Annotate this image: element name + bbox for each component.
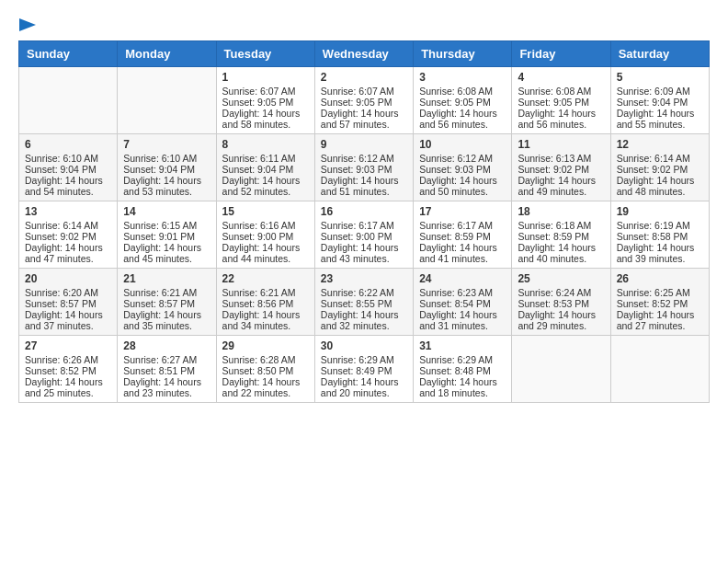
calendar-week-row: 6Sunrise: 6:10 AMSunset: 9:04 PMDaylight… [19, 134, 710, 201]
calendar-cell: 3Sunrise: 6:08 AMSunset: 9:05 PMDaylight… [414, 67, 512, 134]
cell-text: Daylight: 14 hours and 58 minutes. [222, 108, 309, 130]
day-number: 7 [123, 138, 210, 151]
cell-text: Daylight: 14 hours and 22 minutes. [222, 376, 309, 398]
cell-text: Daylight: 14 hours and 45 minutes. [123, 242, 210, 264]
day-number: 8 [222, 138, 309, 151]
cell-text: Daylight: 14 hours and 23 minutes. [123, 376, 210, 398]
cell-text: Sunrise: 6:24 AM [518, 287, 604, 298]
calendar-cell: 25Sunrise: 6:24 AMSunset: 8:53 PMDayligh… [512, 269, 610, 336]
day-number: 18 [518, 205, 604, 218]
day-number: 23 [321, 272, 407, 285]
calendar-cell: 10Sunrise: 6:12 AMSunset: 9:03 PMDayligh… [414, 134, 512, 201]
cell-text: Sunset: 8:51 PM [123, 365, 210, 376]
day-number: 2 [321, 71, 407, 84]
day-number: 25 [518, 272, 604, 285]
cell-text: Sunrise: 6:19 AM [617, 220, 703, 231]
calendar-cell: 22Sunrise: 6:21 AMSunset: 8:56 PMDayligh… [216, 269, 314, 336]
cell-text: Sunrise: 6:14 AM [617, 153, 703, 164]
cell-text: Daylight: 14 hours and 44 minutes. [222, 242, 309, 264]
cell-text: Sunrise: 6:21 AM [222, 287, 309, 298]
day-number: 29 [222, 339, 309, 352]
calendar-day-header: Saturday [610, 41, 709, 67]
cell-text: Daylight: 14 hours and 53 minutes. [123, 175, 210, 197]
calendar-day-header: Thursday [414, 41, 512, 67]
day-number: 11 [518, 138, 604, 151]
calendar-header-row: SundayMondayTuesdayWednesdayThursdayFrid… [19, 41, 710, 67]
cell-text: Sunrise: 6:21 AM [123, 287, 210, 298]
day-number: 27 [25, 339, 111, 352]
cell-text: Sunrise: 6:22 AM [321, 287, 407, 298]
calendar-cell: 23Sunrise: 6:22 AMSunset: 8:55 PMDayligh… [314, 269, 413, 336]
day-number: 6 [25, 138, 111, 151]
cell-text: Daylight: 14 hours and 41 minutes. [419, 242, 506, 264]
day-number: 15 [222, 205, 309, 218]
day-number: 9 [321, 138, 407, 151]
cell-text: Daylight: 14 hours and 50 minutes. [419, 175, 506, 197]
calendar-cell: 4Sunrise: 6:08 AMSunset: 9:05 PMDaylight… [512, 67, 610, 134]
cell-text: Daylight: 14 hours and 34 minutes. [222, 309, 309, 331]
cell-text: Daylight: 14 hours and 32 minutes. [321, 309, 407, 331]
cell-text: Daylight: 14 hours and 52 minutes. [222, 175, 309, 197]
calendar-cell: 6Sunrise: 6:10 AMSunset: 9:04 PMDaylight… [19, 134, 118, 201]
day-number: 20 [25, 272, 111, 285]
day-number: 22 [222, 272, 309, 285]
cell-text: Daylight: 14 hours and 25 minutes. [25, 376, 111, 398]
cell-text: Daylight: 14 hours and 27 minutes. [617, 309, 703, 331]
cell-text: Sunrise: 6:08 AM [419, 86, 506, 97]
day-number: 14 [123, 205, 210, 218]
cell-text: Daylight: 14 hours and 51 minutes. [321, 175, 407, 197]
cell-text: Daylight: 14 hours and 20 minutes. [321, 376, 407, 398]
calendar-cell: 12Sunrise: 6:14 AMSunset: 9:02 PMDayligh… [610, 134, 709, 201]
cell-text: Sunset: 8:59 PM [518, 231, 604, 242]
cell-text: Daylight: 14 hours and 56 minutes. [518, 108, 604, 130]
day-number: 13 [25, 205, 111, 218]
svg-marker-0 [19, 18, 36, 31]
cell-text: Sunset: 9:00 PM [222, 231, 309, 242]
cell-text: Sunset: 8:55 PM [321, 298, 407, 309]
cell-text: Sunrise: 6:13 AM [518, 153, 604, 164]
calendar-cell: 11Sunrise: 6:13 AMSunset: 9:02 PMDayligh… [512, 134, 610, 201]
cell-text: Sunset: 8:50 PM [222, 365, 309, 376]
header [18, 18, 710, 31]
cell-text: Daylight: 14 hours and 54 minutes. [25, 175, 111, 197]
cell-text: Sunrise: 6:25 AM [617, 287, 703, 298]
calendar-day-header: Sunday [19, 41, 118, 67]
cell-text: Sunset: 9:05 PM [321, 97, 407, 108]
day-number: 24 [419, 272, 506, 285]
cell-text: Sunset: 8:57 PM [123, 298, 210, 309]
calendar-cell: 1Sunrise: 6:07 AMSunset: 9:05 PMDaylight… [216, 67, 314, 134]
cell-text: Daylight: 14 hours and 57 minutes. [321, 108, 407, 130]
calendar-cell: 8Sunrise: 6:11 AMSunset: 9:04 PMDaylight… [216, 134, 314, 201]
calendar-day-header: Monday [118, 41, 216, 67]
cell-text: Sunset: 8:52 PM [25, 365, 111, 376]
calendar-cell: 19Sunrise: 6:19 AMSunset: 8:58 PMDayligh… [610, 201, 709, 269]
cell-text: Sunrise: 6:09 AM [617, 86, 703, 97]
cell-text: Sunset: 8:58 PM [617, 231, 703, 242]
cell-text: Sunset: 8:52 PM [617, 298, 703, 309]
cell-text: Daylight: 14 hours and 31 minutes. [419, 309, 506, 331]
cell-text: Sunset: 9:03 PM [419, 164, 506, 175]
cell-text: Daylight: 14 hours and 18 minutes. [419, 376, 506, 398]
logo-flag-icon [19, 18, 36, 31]
cell-text: Sunrise: 6:20 AM [25, 287, 111, 298]
calendar-cell: 26Sunrise: 6:25 AMSunset: 8:52 PMDayligh… [610, 269, 709, 336]
cell-text: Sunset: 9:04 PM [25, 164, 111, 175]
calendar-week-row: 13Sunrise: 6:14 AMSunset: 9:02 PMDayligh… [19, 201, 710, 269]
cell-text: Sunset: 8:53 PM [518, 298, 604, 309]
calendar-cell: 5Sunrise: 6:09 AMSunset: 9:04 PMDaylight… [610, 67, 709, 134]
calendar-week-row: 1Sunrise: 6:07 AMSunset: 9:05 PMDaylight… [19, 67, 710, 134]
calendar-cell: 16Sunrise: 6:17 AMSunset: 9:00 PMDayligh… [314, 201, 413, 269]
cell-text: Sunrise: 6:11 AM [222, 153, 309, 164]
calendar-cell: 20Sunrise: 6:20 AMSunset: 8:57 PMDayligh… [19, 269, 118, 336]
cell-text: Sunset: 9:02 PM [617, 164, 703, 175]
cell-text: Sunset: 9:00 PM [321, 231, 407, 242]
calendar-cell: 18Sunrise: 6:18 AMSunset: 8:59 PMDayligh… [512, 201, 610, 269]
logo [18, 18, 37, 31]
cell-text: Sunset: 9:05 PM [518, 97, 604, 108]
calendar-cell: 14Sunrise: 6:15 AMSunset: 9:01 PMDayligh… [118, 201, 216, 269]
day-number: 17 [419, 205, 506, 218]
cell-text: Sunrise: 6:08 AM [518, 86, 604, 97]
cell-text: Sunset: 9:03 PM [321, 164, 407, 175]
cell-text: Sunset: 9:05 PM [222, 97, 309, 108]
cell-text: Sunrise: 6:29 AM [419, 354, 506, 365]
